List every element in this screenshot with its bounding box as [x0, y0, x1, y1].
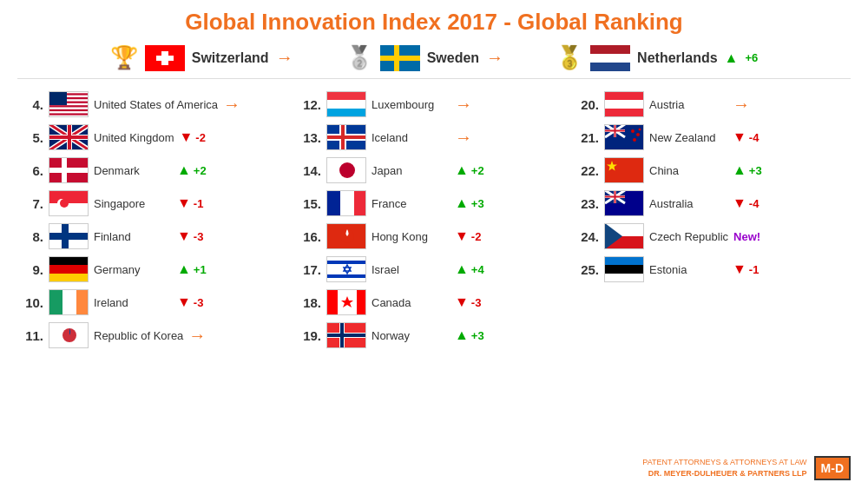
trend-indicator: ▼-4 [733, 129, 759, 145]
trend-indicator: ▲+2 [455, 162, 484, 178]
trend-indicator: ▲+1 [177, 261, 207, 277]
trend-indicator: ▲+3 [455, 195, 484, 211]
down-arrow-icon: ▼ [180, 129, 194, 145]
trend-indicator: ▲+3 [455, 327, 484, 343]
svg-rect-2 [156, 56, 174, 61]
country-name: Denmark [94, 164, 172, 177]
up-arrow-icon: ▲ [455, 162, 469, 178]
svg-rect-36 [62, 223, 69, 249]
svg-rect-63 [327, 289, 338, 315]
podium-1-arrow: → [276, 48, 293, 68]
rank-item: 4.United States of America→ [17, 89, 295, 119]
rank-number: 20. [576, 97, 599, 112]
svg-rect-14 [49, 107, 88, 109]
svg-rect-29 [49, 168, 88, 173]
country-name: Estonia [649, 263, 727, 276]
rank-item: 11.Republic of Korea→ [17, 320, 295, 350]
country-name: Israel [372, 263, 450, 276]
rank-item: 24.Czech RepublicNew! [573, 221, 851, 251]
flag-germany [49, 256, 89, 282]
country-name: Iceland [372, 131, 450, 144]
podium-2-country: Sweden [427, 50, 479, 66]
flag-norway [326, 322, 366, 348]
trend-indicator: New! [733, 230, 760, 243]
svg-rect-61 [327, 261, 365, 264]
flag-czech [604, 223, 644, 249]
svg-rect-38 [49, 265, 88, 274]
rank-item: 22.China▲+3 [573, 155, 851, 185]
svg-rect-55 [327, 190, 340, 216]
flag-japan [326, 157, 366, 183]
rank-item: 18.Canada▼-3 [295, 287, 573, 317]
rank-item: 20.Austria→ [573, 89, 851, 119]
rank-number: 8. [21, 229, 43, 244]
up-arrow-icon: ▲ [455, 195, 469, 211]
flag-newzealand [604, 124, 644, 150]
page-title: Global Innovation Index 2017 - Global Ra… [17, 9, 851, 36]
rank-number: 5. [21, 130, 43, 145]
country-name: United Kingdom [94, 131, 174, 144]
trend-indicator: ▼-3 [177, 294, 203, 310]
down-arrow-icon: ▼ [733, 129, 746, 145]
change-value: -1 [194, 197, 204, 210]
country-name: Australia [649, 197, 727, 210]
rank-item: 15.France▲+3 [295, 188, 573, 218]
rank-number: 25. [576, 262, 599, 277]
country-name: Japan [372, 164, 450, 177]
svg-point-85 [639, 129, 641, 131]
svg-rect-7 [590, 54, 630, 63]
svg-rect-71 [605, 91, 643, 100]
up-arrow-icon: ▲ [733, 162, 746, 178]
rank-number: 18. [299, 295, 321, 310]
podium-3: 🥉 Netherlands ▲ +6 [556, 44, 758, 71]
svg-rect-40 [49, 289, 62, 315]
flag-china [604, 157, 644, 183]
rank-number: 11. [21, 328, 43, 343]
trophy-silver-icon: 🥈 [345, 44, 373, 71]
svg-rect-8 [590, 63, 630, 71]
svg-rect-46 [327, 100, 365, 109]
rank-item: 7.Singapore▼-1 [17, 188, 295, 218]
flat-arrow-icon: → [455, 95, 472, 115]
up-arrow-icon: ▲ [177, 162, 191, 178]
trophy-bronze-icon: 🥉 [556, 44, 583, 71]
change-value: +3 [471, 197, 484, 210]
country-name: New Zealand [649, 131, 727, 144]
patent-text: PATENT ATTORNEYS & ATTORNEYS AT LAW DR. … [642, 457, 806, 479]
rank-number: 14. [299, 163, 321, 178]
down-arrow-icon: ▼ [455, 294, 469, 310]
trend-indicator: → [223, 95, 240, 115]
flag-korea [49, 322, 89, 348]
change-value: +2 [471, 164, 484, 177]
svg-rect-39 [49, 274, 88, 282]
flag-switzerland-podium [145, 45, 185, 71]
podium-2: 🥈 Sweden → [345, 44, 503, 71]
svg-point-83 [636, 133, 640, 136]
trend-indicator: ▲+2 [177, 162, 207, 178]
podium-1-country: Switzerland [192, 50, 269, 66]
flag-singapore [49, 190, 89, 216]
svg-rect-101 [605, 274, 643, 282]
flat-arrow-icon: → [455, 128, 472, 148]
svg-rect-57 [354, 190, 365, 216]
svg-rect-99 [605, 256, 643, 265]
change-value: +3 [749, 164, 762, 177]
svg-rect-30 [49, 190, 88, 203]
change-value: +1 [194, 263, 207, 276]
change-value: -1 [749, 263, 760, 276]
rank-number: 12. [299, 97, 321, 112]
flag-canada [326, 289, 366, 315]
svg-rect-60 [327, 256, 365, 282]
trend-indicator: → [455, 128, 472, 148]
svg-rect-45 [327, 91, 365, 100]
down-arrow-icon: ▼ [177, 228, 191, 244]
svg-rect-4 [380, 56, 420, 61]
svg-rect-5 [394, 45, 399, 71]
flat-arrow-icon: → [733, 95, 750, 115]
rank-item: 5.United Kingdom▼-2 [17, 122, 295, 152]
country-name: United States of America [94, 98, 218, 111]
rank-number: 15. [299, 196, 321, 211]
country-name: Austria [649, 98, 727, 111]
column-1: 4.United States of America→5.United King… [17, 89, 295, 350]
change-value: -3 [194, 296, 204, 309]
